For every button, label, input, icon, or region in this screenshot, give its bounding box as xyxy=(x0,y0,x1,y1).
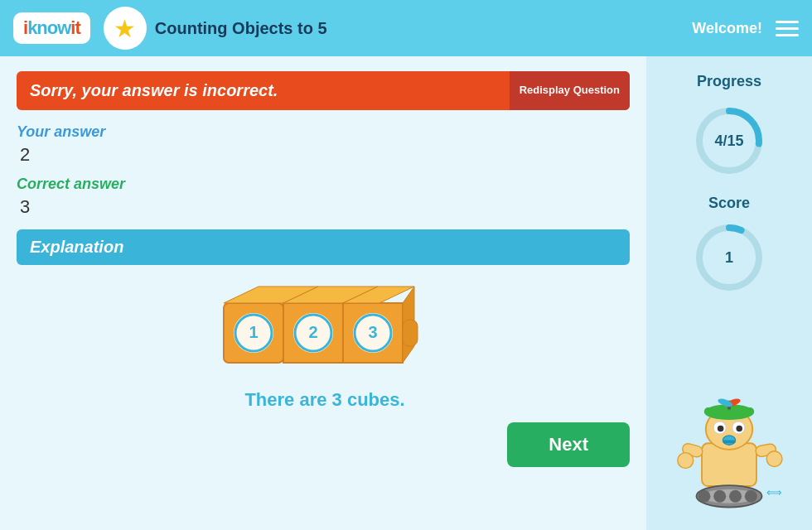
svg-text:3: 3 xyxy=(368,323,377,341)
content-area: Sorry, your answer is incorrect. Redispl… xyxy=(0,56,646,530)
incorrect-message: Sorry, your answer is incorrect. xyxy=(17,71,510,110)
svg-point-36 xyxy=(718,426,724,432)
cubes-illustration: 1 2 xyxy=(17,278,630,411)
progress-label: Progress xyxy=(697,73,761,90)
progress-ring: 4/15 xyxy=(692,104,766,178)
welcome-text: Welcome! xyxy=(692,20,762,37)
score-label: Score xyxy=(708,195,750,212)
score-ring: 1 xyxy=(692,220,766,295)
svg-point-24 xyxy=(698,490,710,503)
lesson-title: Counting Objects to 5 xyxy=(155,19,692,38)
your-answer-value: 2 xyxy=(17,144,630,166)
svg-point-43 xyxy=(766,451,782,467)
score-value: 1 xyxy=(725,249,733,267)
svg-rect-39 xyxy=(723,441,735,444)
svg-text:1: 1 xyxy=(249,323,258,341)
correct-answer-value: 3 xyxy=(17,196,630,218)
cubes-image: 1 2 xyxy=(199,278,447,381)
explanation-header: Explanation xyxy=(17,229,630,265)
progress-value: 4/15 xyxy=(714,132,743,150)
svg-text:2: 2 xyxy=(308,323,317,341)
main-layout: Sorry, your answer is incorrect. Redispl… xyxy=(0,56,812,530)
svg-point-26 xyxy=(729,490,742,503)
sidebar: Progress 4/15 Score 1 xyxy=(646,56,812,530)
redisplay-button[interactable]: Redisplay Question xyxy=(510,71,630,110)
star-badge: ★ xyxy=(104,7,147,50)
next-button-row: Next xyxy=(17,422,630,467)
header: iknowit ★ Counting Objects to 5 Welcome! xyxy=(0,0,812,56)
svg-point-41 xyxy=(678,453,694,469)
robot-character: ⟺ xyxy=(660,308,799,513)
svg-rect-16 xyxy=(403,320,418,346)
correct-answer-label: Correct answer xyxy=(17,176,630,193)
menu-button[interactable] xyxy=(776,21,799,36)
star-icon: ★ xyxy=(114,14,136,43)
logo: iknowit xyxy=(13,12,90,44)
svg-point-37 xyxy=(736,426,742,432)
svg-text:⟺: ⟺ xyxy=(766,486,782,499)
incorrect-banner: Sorry, your answer is incorrect. Redispl… xyxy=(17,71,630,110)
explanation-text: There are 3 cubes. xyxy=(244,389,404,411)
svg-point-25 xyxy=(713,490,726,503)
next-button[interactable]: Next xyxy=(507,422,630,467)
svg-point-27 xyxy=(745,490,757,503)
your-answer-label: Your answer xyxy=(17,123,630,141)
